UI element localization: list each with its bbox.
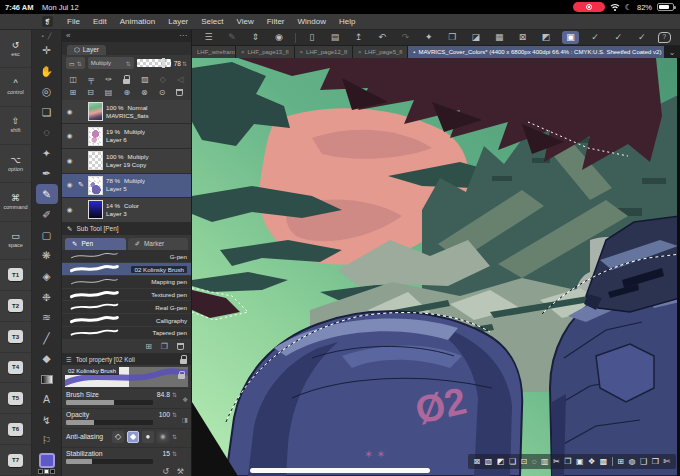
- menu-select[interactable]: Select: [201, 17, 223, 26]
- opacity-stepper[interactable]: ⇅: [172, 411, 177, 418]
- key-t1[interactable]: T1: [0, 260, 31, 291]
- wrench-icon[interactable]: ⚒: [177, 467, 184, 476]
- new-layer-icon[interactable]: ⊞: [617, 457, 624, 466]
- menu-view[interactable]: View: [237, 17, 254, 26]
- eyedropper-tool-icon[interactable]: ✒: [36, 163, 58, 184]
- menu-window[interactable]: Window: [298, 17, 326, 26]
- set-as-draft-icon[interactable]: ✑: [105, 75, 112, 84]
- clip-to-layer-below-icon[interactable]: ╤: [88, 75, 94, 84]
- airbrush-tool-icon[interactable]: ❋: [36, 245, 58, 266]
- menu-help[interactable]: Help: [339, 17, 355, 26]
- home-indicator[interactable]: [250, 468, 430, 473]
- deselect-icon[interactable]: ⊠: [474, 457, 481, 466]
- brush-real-g-pen[interactable]: Real G-pen: [62, 301, 191, 314]
- close-tab-icon[interactable]: ×: [300, 49, 304, 55]
- marquee-tool-icon[interactable]: ▢: [36, 225, 58, 246]
- blur-tool-icon[interactable]: ≋: [36, 307, 58, 328]
- publish-icon[interactable]: ↥: [351, 31, 366, 44]
- lock-transparent-pixels-icon[interactable]: ▨: [141, 75, 149, 84]
- opacity-slider[interactable]: [66, 420, 153, 425]
- open-file-icon[interactable]: ▤: [328, 31, 343, 44]
- correct-line-tool-icon[interactable]: ↯: [36, 410, 58, 431]
- brush-size-stepper[interactable]: ⇅: [172, 391, 177, 398]
- eye-icon[interactable]: ◉: [65, 181, 74, 189]
- aa-middle-button[interactable]: ●: [142, 431, 154, 443]
- figure-tool-icon[interactable]: ⚐: [36, 430, 58, 451]
- layer-opacity-slider[interactable]: [137, 59, 171, 67]
- expand-selection-icon[interactable]: ⊡: [521, 457, 528, 466]
- key-command[interactable]: ⌘command: [0, 183, 31, 221]
- layer-row-layer-19-copy[interactable]: ◉ 100 %MultiplyLayer 19 Copy: [62, 149, 191, 174]
- eye-icon[interactable]: ◉: [65, 132, 74, 140]
- new-vector-layer-icon[interactable]: ⊟: [87, 88, 94, 97]
- paste-icon[interactable]: ▣: [576, 457, 584, 466]
- connect-device-icon[interactable]: ▯: [304, 31, 319, 44]
- eye-icon[interactable]: ◉: [65, 206, 74, 214]
- brush-tool-icon[interactable]: ✐: [36, 204, 58, 225]
- layer-row-mavrics-flats[interactable]: ◉ 100 %NormalMAVRICS_flats: [62, 100, 191, 125]
- hand-tool-icon[interactable]: ✋: [36, 61, 58, 82]
- tab-mavrics-cover-colors-active[interactable]: • MAVRICS_Cover_Colors* (4400 x 6800px 4…: [408, 46, 664, 58]
- brush-calligraphy[interactable]: Calligraphy: [62, 314, 191, 327]
- invert-selection-icon[interactable]: ◩: [539, 31, 554, 44]
- tab-lhf-page12[interactable]: ×LHF_page12_fl: [295, 46, 354, 58]
- brush-tapered-pen[interactable]: Tapered pen: [62, 327, 191, 340]
- brush-settings-icon[interactable]: ✎: [224, 31, 239, 44]
- fill-icon[interactable]: ❖: [588, 457, 595, 466]
- dock-more-icon[interactable]: ⋯: [179, 31, 187, 40]
- paste-clipboard-icon[interactable]: ❒: [652, 457, 659, 466]
- menu-filter[interactable]: Filter: [267, 17, 285, 26]
- thumbnail-size-button[interactable]: ▭⇅: [66, 57, 85, 69]
- layer-mask-icon[interactable]: ⊙: [159, 88, 166, 97]
- tone-icon[interactable]: ▩: [600, 457, 608, 466]
- key-t5[interactable]: T5: [0, 383, 31, 414]
- redo-icon[interactable]: ↷: [398, 31, 413, 44]
- aa-none-button[interactable]: ◇: [112, 431, 124, 443]
- blend-mode-select[interactable]: Multiply⇅: [88, 57, 134, 69]
- enable-mask-icon[interactable]: ◇: [160, 75, 166, 84]
- merge-down-icon[interactable]: ⊕: [123, 88, 130, 97]
- key-t7[interactable]: T7: [0, 445, 31, 476]
- opacity-dynamics-icon[interactable]: ◨: [182, 416, 188, 424]
- brush-lock-icon[interactable]: [178, 374, 185, 379]
- current-color-swatch[interactable]: [39, 453, 55, 468]
- timelapse-icon[interactable]: ◉: [271, 31, 286, 44]
- change-panel-color-icon[interactable]: ◫: [70, 75, 78, 84]
- tab-overflow-chevron-icon[interactable]: ⌄: [664, 46, 680, 58]
- move-tool-icon[interactable]: ✛: [36, 40, 58, 61]
- canvas-viewport[interactable]: Ø2 ✶ ✶: [192, 58, 680, 476]
- subtool-panel-header[interactable]: ✎Sub Tool [Pen]: [62, 223, 191, 235]
- scissors-icon[interactable]: ✄: [663, 457, 670, 466]
- duplicate-subtool-icon[interactable]: ❐: [161, 342, 168, 351]
- aa-strong-button[interactable]: ●: [157, 431, 169, 443]
- eraser-tool-icon[interactable]: ◈: [36, 266, 58, 287]
- copy-icon[interactable]: ❐: [564, 457, 571, 466]
- tab-layer[interactable]: ⬡Layer: [67, 45, 106, 55]
- snap-to-grid-icon[interactable]: ✓: [634, 31, 649, 44]
- tool-property-lock-icon[interactable]: [180, 359, 187, 364]
- brush-mapping-pen[interactable]: Mapping pen: [62, 276, 191, 289]
- crop-icon[interactable]: ▦: [492, 31, 507, 44]
- special-select-icon[interactable]: ✦: [421, 31, 436, 44]
- zoom-tool-icon[interactable]: ◎: [36, 81, 58, 102]
- deselect-icon[interactable]: ⊠: [515, 31, 530, 44]
- key-t2[interactable]: T2: [0, 291, 31, 322]
- menu-edit[interactable]: Edit: [93, 17, 107, 26]
- scale-rotate-icon[interactable]: ❏: [509, 457, 516, 466]
- key-shift[interactable]: ⇧shift: [0, 107, 31, 145]
- opacity-stepper[interactable]: ⇅: [182, 60, 187, 67]
- tool-palette-handle[interactable]: ▪╱: [42, 31, 52, 40]
- aa-weak-button[interactable]: ◆: [127, 431, 139, 443]
- invert-selection-icon[interactable]: ◩: [497, 457, 505, 466]
- select-launcher-icon[interactable]: ◍: [628, 457, 635, 466]
- lock-layer-icon[interactable]: [123, 79, 130, 84]
- key-t3[interactable]: T3: [0, 322, 31, 353]
- operation-tool-icon[interactable]: ❏: [36, 102, 58, 123]
- tool-property-header[interactable]: ☰ Tool property [02 Koli: [62, 353, 191, 366]
- key-t4[interactable]: T4: [0, 353, 31, 384]
- eye-icon[interactable]: ◉: [65, 108, 74, 116]
- opacity-slider-handle[interactable]: [162, 58, 165, 68]
- menu-file[interactable]: File: [67, 17, 80, 26]
- key-control[interactable]: ^control: [0, 68, 31, 106]
- stabilization-stepper[interactable]: ⇅: [172, 450, 177, 457]
